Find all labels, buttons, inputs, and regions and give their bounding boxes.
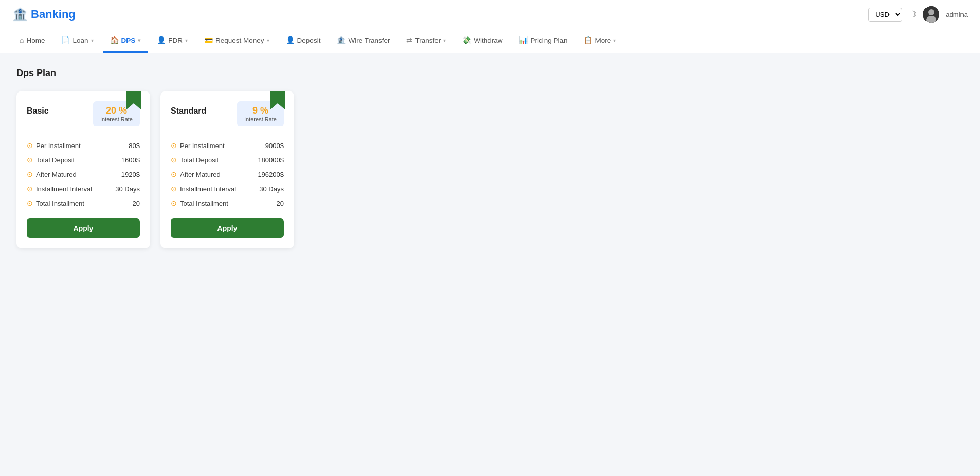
- detail-row: ⊙ Per Installment 9000$: [171, 138, 284, 153]
- detail-label-text: Total Deposit: [180, 156, 219, 164]
- nav-item-loan[interactable]: 📄 Loan ▾: [54, 29, 100, 53]
- nav-item-home[interactable]: ⌂ Home: [12, 29, 52, 53]
- detail-value: 1920$: [121, 171, 140, 178]
- detail-label-text: Total Deposit: [36, 156, 75, 164]
- detail-row: ⊙ Total Deposit 1600$: [27, 153, 140, 167]
- detail-row: ⊙ Total Installment 20: [27, 196, 140, 210]
- detail-label-text: Per Installment: [180, 142, 225, 150]
- header-right: USD EUR GBP ☽ admina: [868, 6, 968, 23]
- plan-card-standard: Standard 9 % Interest Rate ⊙ Per Install…: [160, 91, 294, 248]
- more-icon: 📋: [584, 36, 592, 44]
- check-icon: ⊙: [27, 170, 33, 178]
- user-avatar: [923, 6, 939, 23]
- check-icon: ⊙: [171, 141, 177, 150]
- detail-label-text: After Matured: [180, 171, 221, 178]
- main-content: Dps Plan Basic 20 % Interest Rate ⊙ Per …: [0, 53, 980, 263]
- deposit-icon: 👤: [286, 36, 295, 44]
- nav-item-deposit[interactable]: 👤 Deposit: [279, 29, 328, 53]
- apply-button-basic[interactable]: Apply: [27, 218, 140, 238]
- nav-item-transfer[interactable]: ⇄ Transfer ▾: [399, 29, 453, 53]
- check-icon: ⊙: [27, 185, 33, 193]
- check-icon: ⊙: [171, 185, 177, 193]
- bookmark-icon: [126, 91, 141, 109]
- dark-mode-toggle[interactable]: ☽: [909, 9, 917, 20]
- detail-value: 80$: [129, 142, 140, 150]
- nav-label-home: Home: [26, 36, 45, 44]
- loan-icon: 📄: [61, 36, 70, 44]
- check-icon: ⊙: [27, 156, 33, 164]
- fdr-arrow: ▾: [185, 38, 188, 43]
- nav-label-dps: DPS: [121, 36, 136, 44]
- detail-label: ⊙ Total Deposit: [171, 156, 219, 164]
- detail-label-text: Total Installment: [180, 199, 228, 207]
- detail-row: ⊙ After Matured 1920$: [27, 167, 140, 181]
- plan-card-header: Basic 20 % Interest Rate: [16, 91, 150, 132]
- nav-item-dps[interactable]: 🏠 DPS ▾: [103, 29, 148, 53]
- nav-label-request-money: Request Money: [215, 36, 264, 44]
- more-arrow: ▾: [613, 38, 616, 43]
- detail-label: ⊙ Per Installment: [27, 141, 81, 150]
- navbar: ⌂ Home 📄 Loan ▾ 🏠 DPS ▾ 👤 FDR ▾ 💳 Reques…: [0, 29, 980, 53]
- app-logo[interactable]: 🏦 Banking: [12, 7, 76, 22]
- detail-label: ⊙ After Matured: [27, 170, 77, 178]
- check-icon: ⊙: [171, 199, 177, 207]
- detail-label: ⊙ Total Installment: [171, 199, 228, 207]
- check-icon: ⊙: [27, 141, 33, 150]
- detail-row: ⊙ Per Installment 80$: [27, 138, 140, 153]
- detail-value: 196200$: [258, 171, 284, 178]
- nav-item-fdr[interactable]: 👤 FDR ▾: [150, 29, 195, 53]
- svg-marker-3: [126, 91, 141, 109]
- nav-item-pricing-plan[interactable]: 📊 Pricing Plan: [512, 29, 574, 53]
- transfer-arrow: ▾: [443, 38, 446, 43]
- detail-value: 20: [133, 199, 140, 207]
- svg-point-1: [928, 9, 934, 15]
- currency-selector[interactable]: USD EUR GBP: [868, 8, 902, 22]
- check-icon: ⊙: [171, 156, 177, 164]
- detail-label: ⊙ Total Installment: [27, 199, 84, 207]
- nav-label-transfer: Transfer: [415, 36, 441, 44]
- nav-label-withdraw: Withdraw: [474, 36, 502, 44]
- detail-row: ⊙ Total Deposit 180000$: [171, 153, 284, 167]
- nav-label-loan: Loan: [72, 36, 88, 44]
- home-icon: ⌂: [20, 36, 24, 44]
- apply-button-standard[interactable]: Apply: [171, 218, 284, 238]
- dps-icon: 🏠: [110, 36, 119, 44]
- bookmark-icon: [270, 91, 285, 109]
- dps-arrow: ▾: [138, 38, 140, 43]
- detail-label: ⊙ Total Deposit: [27, 156, 75, 164]
- detail-row: ⊙ After Matured 196200$: [171, 167, 284, 181]
- detail-label-text: Total Installment: [36, 199, 84, 207]
- detail-value: 180000$: [258, 156, 284, 164]
- card-divider: [160, 132, 294, 132]
- detail-value: 30 Days: [259, 185, 284, 193]
- detail-label-text: After Matured: [36, 171, 77, 178]
- nav-label-more: More: [595, 36, 611, 44]
- detail-label: ⊙ Installment Interval: [27, 185, 92, 193]
- page-title: Dps Plan: [16, 68, 964, 79]
- svg-marker-4: [270, 91, 285, 109]
- nav-label-deposit: Deposit: [297, 36, 321, 44]
- check-icon: ⊙: [27, 199, 33, 207]
- fdr-icon: 👤: [157, 36, 166, 44]
- pricing-plan-icon: 📊: [519, 36, 528, 44]
- nav-item-wire-transfer[interactable]: 🏦 Wire Transfer: [330, 29, 397, 53]
- nav-item-more[interactable]: 📋 More ▾: [576, 29, 623, 53]
- wire-transfer-icon: 🏦: [337, 36, 346, 44]
- nav-label-wire-transfer: Wire Transfer: [348, 36, 390, 44]
- check-icon: ⊙: [171, 170, 177, 178]
- interest-rate-label: Interest Rate: [244, 116, 277, 122]
- nav-item-request-money[interactable]: 💳 Request Money ▾: [197, 29, 277, 53]
- transfer-icon: ⇄: [406, 36, 412, 44]
- detail-label-text: Per Installment: [36, 142, 81, 150]
- plan-card-header: Standard 9 % Interest Rate: [160, 91, 294, 132]
- plan-details: ⊙ Per Installment 9000$ ⊙ Total Deposit …: [160, 138, 294, 210]
- request-money-icon: 💳: [204, 36, 213, 44]
- plan-card-basic: Basic 20 % Interest Rate ⊙ Per Installme…: [16, 91, 150, 248]
- detail-value: 30 Days: [115, 185, 140, 193]
- header: 🏦 Banking USD EUR GBP ☽ admina: [0, 0, 980, 29]
- nav-item-withdraw[interactable]: 💸 Withdraw: [455, 29, 510, 53]
- detail-value: 1600$: [121, 156, 140, 164]
- plans-grid: Basic 20 % Interest Rate ⊙ Per Installme…: [16, 91, 964, 248]
- detail-value: 9000$: [265, 142, 284, 150]
- logo-icon: 🏦: [12, 7, 28, 22]
